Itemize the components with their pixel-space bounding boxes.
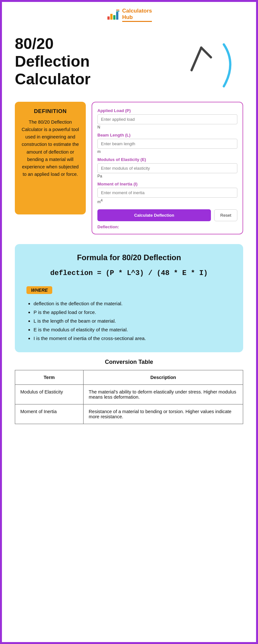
definition-box: DEFINITION The 80/20 Deflection Calculat… [15, 102, 86, 214]
main-row: DEFINITION The 80/20 Deflection Calculat… [2, 96, 256, 241]
applied-load-input[interactable] [97, 114, 237, 124]
reset-button[interactable]: Reset [214, 209, 237, 221]
hero-section: 80/20 Deflection Calculator [2, 25, 256, 96]
definition-body: The 80/20 Deflection Calculator is a pow… [21, 118, 80, 178]
formula-item-5: I is the moment of inertia of the cross-… [34, 334, 232, 343]
formula-equation: deflection = (P * L^3) / (48 * E * I) [26, 269, 232, 277]
svg-rect-1 [107, 16, 110, 20]
page-title: 80/20 Deflection Calculator [15, 35, 172, 88]
applied-load-label: Applied Load (P) [97, 108, 237, 113]
modulus-input[interactable] [97, 163, 237, 173]
header: Calculators Hub [2, 2, 256, 25]
formula-title: Formula for 80/20 Deflection [26, 253, 232, 262]
svg-rect-2 [110, 14, 113, 20]
hero-graphic [179, 38, 243, 93]
table-row: Modulus of ElasticityThe material's abil… [15, 384, 243, 404]
svg-point-6 [118, 9, 119, 11]
svg-point-7 [116, 11, 118, 12]
calculate-button[interactable]: Calculate Deflection [97, 209, 211, 221]
table-cell-description: The material's ability to deform elastic… [84, 384, 243, 404]
conversion-table: Term Description Modulus of ElasticityTh… [15, 370, 243, 424]
logo: Calculators Hub [106, 8, 152, 22]
beam-length-input[interactable] [97, 139, 237, 149]
logo-text-block: Calculators Hub [122, 8, 152, 22]
col-term-header: Term [15, 370, 84, 384]
conversion-section: Conversion Table Term Description Modulu… [15, 359, 243, 424]
formula-item-2: P is the applied load or force. [34, 308, 232, 317]
col-desc-header: Description [84, 370, 243, 384]
deflection-result: Deflection: [97, 224, 237, 229]
beam-length-unit: m [97, 149, 237, 154]
table-cell-description: Resistance of a material to bending or t… [84, 404, 243, 424]
inertia-label: Moment of Inertia (I) [97, 182, 237, 186]
table-cell-term: Modulus of Elasticity [15, 384, 84, 404]
where-badge: WHERE [26, 286, 52, 294]
formula-item-3: L is the length of the beam or material. [34, 317, 232, 325]
svg-point-8 [118, 11, 119, 12]
modulus-label: Modulus of Elasticity (E) [97, 157, 237, 162]
beam-length-label: Beam Length (L) [97, 133, 237, 137]
svg-line-9 [192, 48, 201, 70]
conversion-title: Conversion Table [15, 359, 243, 365]
definition-heading: DEFINITION [21, 108, 80, 115]
inertia-unit: m4 [97, 198, 237, 204]
calc-buttons: Calculate Deflection Reset [97, 209, 237, 221]
svg-rect-4 [116, 12, 118, 20]
formula-item-4: E is the modulus of elasticity of the ma… [34, 325, 232, 334]
table-row: Moment of InertiaResistance of a materia… [15, 404, 243, 424]
modulus-unit: Pa [97, 174, 237, 178]
applied-load-unit: N [97, 125, 237, 129]
svg-point-5 [116, 9, 118, 11]
formula-item-1: deflection is the deflection of the mate… [34, 299, 232, 308]
logo-icon [106, 8, 120, 22]
table-cell-term: Moment of Inertia [15, 404, 84, 424]
svg-line-10 [201, 48, 211, 57]
calculator-box: Applied Load (P) N Beam Length (L) m Mod… [92, 102, 243, 234]
formula-section: Formula for 80/20 Deflection deflection … [15, 244, 243, 352]
inertia-input[interactable] [97, 188, 237, 198]
logo-name: Calculators Hub [122, 8, 152, 21]
logo-underline [122, 21, 152, 22]
svg-rect-3 [113, 15, 115, 20]
formula-list: deflection is the deflection of the mate… [26, 299, 232, 343]
